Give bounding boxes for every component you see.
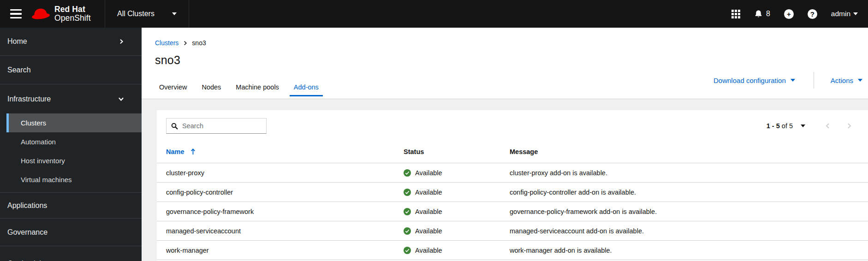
infrastructure-subnav: Clusters Automation Host inventory Virtu… <box>0 113 142 189</box>
addon-message: managed-serviceaccount add-on is availab… <box>510 227 868 235</box>
table-header-row: Name Status Message <box>157 140 868 163</box>
sidebar-item-host-inventory[interactable]: Host inventory <box>6 151 142 170</box>
question-circle-icon[interactable]: ? <box>808 9 817 19</box>
search-input[interactable] <box>182 122 262 130</box>
pagination-prev-button[interactable] <box>825 123 831 129</box>
tab-overview[interactable]: Overview <box>155 79 191 96</box>
check-circle-icon <box>404 247 411 254</box>
sidebar-item-governance[interactable]: Governance <box>0 219 142 246</box>
sidebar-item-automation[interactable]: Automation <box>6 132 142 151</box>
addon-status: Available <box>404 169 510 177</box>
content-area: 1 - 5 of 5 <box>142 99 868 261</box>
bell-icon <box>754 10 763 18</box>
plus-circle-icon[interactable]: + <box>784 9 794 19</box>
user-menu[interactable]: admin <box>831 10 858 18</box>
check-circle-icon <box>404 169 411 177</box>
check-circle-icon <box>404 208 411 215</box>
page-header: Clusters sno3 sno3 Download configuratio… <box>142 28 868 99</box>
notification-count: 8 <box>766 10 770 18</box>
addon-message: config-policy-controller add-on is avail… <box>510 189 868 196</box>
addon-message: cluster-proxy add-on is available. <box>510 169 868 177</box>
pagination-next-button[interactable] <box>846 123 852 129</box>
addon-message: work-manager add-on is available. <box>510 247 868 254</box>
masthead: Red Hat OpenShift All Clusters 8 <box>0 0 868 28</box>
column-header-name[interactable]: Name <box>157 148 404 155</box>
addon-name: cluster-proxy <box>157 169 404 177</box>
brand-line2: OpenShift <box>54 14 91 23</box>
masthead-left: Red Hat OpenShift <box>0 0 105 28</box>
cluster-tabs: Overview Nodes Machine pools Add-ons <box>155 79 329 96</box>
brand-line1: Red Hat <box>54 5 91 14</box>
chevron-down-icon <box>853 12 858 15</box>
sidebar-nav: Home Search Infrastructure Clusters Auto… <box>0 28 142 261</box>
table-row: work-manager Available work-manager add-… <box>157 241 868 260</box>
addon-name: config-policy-controller <box>157 189 404 196</box>
table-row: governance-policy-framework Available go… <box>157 202 868 221</box>
add-ons-table: Name Status Message cluster-proxy <box>157 140 868 261</box>
chevron-down-icon <box>791 79 795 82</box>
addon-status: Available <box>404 189 510 196</box>
tab-machine-pools[interactable]: Machine pools <box>232 79 283 96</box>
breadcrumb: Clusters sno3 <box>155 28 868 47</box>
sidebar-item-infrastructure[interactable]: Infrastructure <box>0 84 142 113</box>
addon-name: managed-serviceaccount <box>157 227 404 235</box>
chevron-down-icon <box>801 125 805 127</box>
main-area: Clusters sno3 sno3 Download configuratio… <box>142 28 868 261</box>
sidebar-item-home[interactable]: Home <box>0 28 142 56</box>
masthead-utilities: 8 + ? admin <box>731 0 868 28</box>
cluster-selector-label: All Clusters <box>117 10 155 18</box>
add-ons-card: 1 - 5 of 5 <box>157 110 868 261</box>
pagination: 1 - 5 of 5 <box>767 122 852 130</box>
addon-message: governance-policy-framework add-on is av… <box>510 208 868 215</box>
notifications-button[interactable]: 8 <box>754 10 770 18</box>
addon-status: Available <box>404 227 510 235</box>
breadcrumb-current: sno3 <box>192 39 206 47</box>
chevron-down-icon <box>172 12 177 15</box>
chevron-down-icon <box>858 79 862 82</box>
sidebar-item-search[interactable]: Search <box>0 56 142 84</box>
chevron-right-icon <box>119 39 124 44</box>
breadcrumb-chevron-icon <box>183 41 187 46</box>
tab-nodes[interactable]: Nodes <box>197 79 225 96</box>
check-circle-icon <box>404 189 411 196</box>
cluster-selector-dropdown[interactable]: All Clusters <box>105 0 189 28</box>
page-title: sno3 <box>155 53 868 67</box>
hamburger-icon[interactable] <box>6 5 25 23</box>
username: admin <box>831 10 850 18</box>
addon-status: Available <box>404 247 510 254</box>
sidebar-item-applications[interactable]: Applications <box>0 193 142 219</box>
table-row: cluster-proxy Available cluster-proxy ad… <box>157 163 868 183</box>
search-icon <box>171 123 178 130</box>
download-configuration-dropdown[interactable]: Download configuration <box>713 77 795 84</box>
column-header-message[interactable]: Message <box>510 148 868 155</box>
addon-name: governance-policy-framework <box>157 208 404 215</box>
breadcrumb-clusters-link[interactable]: Clusters <box>155 39 178 47</box>
sidebar-group-infrastructure: Infrastructure Clusters Automation Host … <box>0 84 142 193</box>
redhat-fedora-icon <box>31 7 50 21</box>
pagination-range: 1 - 5 of 5 <box>767 122 793 130</box>
vertical-divider <box>814 72 814 89</box>
actions-dropdown[interactable]: Actions <box>831 77 862 84</box>
addon-name: work-manager <box>157 247 404 254</box>
table-row: managed-serviceaccount Available managed… <box>157 221 868 241</box>
sidebar-item-clusters[interactable]: Clusters <box>6 113 142 132</box>
pagination-options-menu[interactable] <box>801 125 805 127</box>
brand-text: Red Hat OpenShift <box>54 5 91 23</box>
header-actions: Download configuration Actions <box>713 72 862 89</box>
column-header-status[interactable]: Status <box>404 148 510 155</box>
tab-add-ons[interactable]: Add-ons <box>290 79 323 96</box>
addon-status: Available <box>404 208 510 215</box>
apps-grid-icon[interactable] <box>731 10 740 18</box>
sidebar-item-virtual-machines[interactable]: Virtual machines <box>6 170 142 189</box>
sidebar-item-credentials[interactable]: Credentials <box>0 246 142 261</box>
brand-logo: Red Hat OpenShift <box>31 5 91 23</box>
table-row: config-policy-controller Available confi… <box>157 183 868 202</box>
table-toolbar: 1 - 5 of 5 <box>157 110 868 140</box>
search-box <box>166 118 267 134</box>
chevron-down-icon <box>118 96 124 102</box>
check-circle-icon <box>404 227 411 235</box>
sort-ascending-icon <box>190 148 196 155</box>
